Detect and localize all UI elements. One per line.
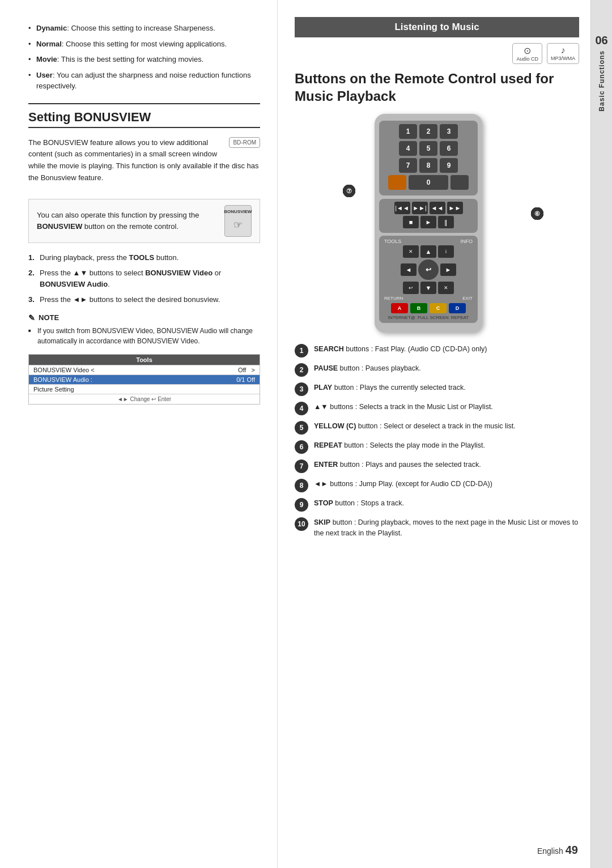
step-2: 2.Press the ▲▼ buttons to select BONUSVI… — [28, 267, 260, 290]
remote-ffw[interactable]: ►► — [447, 202, 463, 214]
remote-nav: TOOLSINFO ✕ ▲ i ◄ ↩ ► ↩ — [379, 236, 478, 323]
desc-1: 1 SEARCH buttons : Fast Play. (Audio CD … — [295, 344, 579, 358]
feature-bullets: Dynamic: Choose this setting to increase… — [28, 23, 260, 92]
bullet-dynamic: Dynamic: Choose this setting to increase… — [28, 23, 260, 34]
remote-btn-orange[interactable] — [388, 175, 406, 190]
remote-btn-5[interactable]: 5 — [419, 141, 437, 156]
remote-pause[interactable]: ‖ — [438, 216, 454, 228]
button-descriptions: 1 SEARCH buttons : Fast Play. (Audio CD … — [295, 344, 579, 539]
disc-icons: ⊙ Audio CD ♪ MP3/WMA — [295, 43, 579, 64]
desc-7: 7 ENTER button : Plays and pauses the se… — [295, 459, 579, 473]
note-bullet-1: If you switch from BONUSVIEW Video, BONU… — [28, 326, 260, 346]
callout-7: ⑦ — [343, 185, 355, 197]
remote-rew[interactable]: ◄◄ — [430, 202, 445, 214]
mp3-wma-icon: ♪ MP3/WMA — [547, 43, 579, 64]
chapter-label: Basic Functions — [598, 50, 606, 112]
remote-btn-9[interactable]: 9 — [440, 158, 458, 173]
tools-table-header: Tools — [29, 355, 260, 365]
remote-stop[interactable]: ■ — [403, 216, 419, 228]
remote-btn-8[interactable]: 8 — [419, 158, 437, 173]
remote-numpad: 1 2 3 4 5 6 7 8 9 — [379, 121, 478, 195]
remote-nav-info[interactable]: i — [438, 245, 454, 258]
tools-table: Tools BONUSVIEW Video < Off > BONUSVIEW … — [28, 354, 260, 405]
desc-5: 5 YELLOW (C) button : Select or deselect… — [295, 421, 579, 435]
remote-btn-yellow[interactable]: C — [430, 303, 447, 313]
remote-play[interactable]: ► — [420, 216, 436, 228]
tools-table-row-3: Picture Setting — [29, 384, 260, 394]
remote-nav-right[interactable]: ► — [440, 263, 456, 276]
tools-table-row-2: BONUSVIEW Audio : 0/1 Off — [29, 375, 260, 384]
remote-nav-enter[interactable]: ↩ — [418, 259, 439, 280]
remote-skip-back[interactable]: |◄◄ — [394, 202, 410, 214]
right-column: Listening to Music ⊙ Audio CD ♪ MP3/WMA … — [278, 0, 590, 868]
remote-btn-7[interactable]: 7 — [399, 158, 417, 173]
desc-10: 10 SKIP button : During playback, moves … — [295, 517, 579, 539]
remote-nav-up[interactable]: ▲ — [420, 245, 436, 258]
desc-6: 6 REPEAT button : Selects the play mode … — [295, 440, 579, 454]
remote-color-buttons: A B C D — [382, 303, 475, 313]
note-bullet-list: If you switch from BONUSVIEW Video, BONU… — [28, 326, 260, 346]
remote-btn-red[interactable]: A — [391, 303, 408, 313]
desc-2: 2 PAUSE button : Pauses playback. — [295, 363, 579, 377]
remote-btn-green[interactable]: B — [410, 303, 427, 313]
steps-list: 1.During playback, press the TOOLS butto… — [28, 252, 260, 305]
section-title-bonusview: Setting BONUSVIEW — [28, 110, 260, 128]
note-box: You can also operate this function by pr… — [28, 199, 260, 243]
note-section: ✎ NOTE If you switch from BONUSVIEW Vide… — [28, 313, 260, 346]
step-1: 1.During playback, press the TOOLS butto… — [28, 252, 260, 263]
remote-btn-0[interactable]: 0 — [409, 175, 448, 190]
desc-4: 4 ▲▼ buttons : Selects a track in the Mu… — [295, 402, 579, 415]
bullet-movie: Movie: This is the best setting for watc… — [28, 54, 260, 65]
remote-nav-down[interactable]: ▼ — [420, 282, 436, 294]
remote-btn-6[interactable]: 6 — [440, 141, 458, 156]
desc-9: 9 STOP button : Stops a track. — [295, 498, 579, 512]
note-header: ✎ NOTE — [28, 313, 260, 322]
main-title: Buttons on the Remote Control used for M… — [295, 70, 579, 105]
left-column: Dynamic: Choose this setting to increase… — [0, 0, 278, 868]
bullet-normal: Normal: Choose this setting for most vie… — [28, 39, 260, 50]
note-box-text: You can also operate this function by pr… — [37, 210, 216, 232]
chapter-number: 06 — [595, 34, 607, 47]
remote-btn-3[interactable]: 3 — [440, 124, 458, 139]
audio-cd-icon: ⊙ Audio CD — [512, 43, 542, 64]
section-divider — [28, 103, 260, 104]
remote-btn-2[interactable]: 2 — [419, 124, 437, 139]
remote-nav-left[interactable]: ◄ — [401, 263, 416, 276]
tools-table-footer: ◄► Change ↩ Enter — [29, 394, 260, 404]
side-tab: 06 Basic Functions — [590, 0, 612, 868]
remote-skip-fwd[interactable]: ►►| — [412, 202, 428, 214]
page-footer: English 49 — [537, 844, 578, 857]
desc-8: 8 ◄► buttons : Jump Play. (except for Au… — [295, 479, 579, 492]
remote-nav-tools[interactable]: ✕ — [403, 245, 419, 258]
remote-nav-return[interactable]: ↩ — [403, 282, 419, 294]
tools-table-row-1: BONUSVIEW Video < Off > — [29, 365, 260, 375]
bonusview-button-image: BONUSVIEW ☞ — [224, 205, 252, 237]
listening-header: Listening to Music — [295, 17, 579, 37]
step-3: 3.Press the ◄► buttons to select the des… — [28, 294, 260, 305]
remote-bottom-labels: INTERNET@ FULL SCREEN REPEAT — [382, 315, 475, 320]
remote-btn-blue[interactable]: D — [449, 303, 466, 313]
remote-transport: |◄◄ ►►| ◄◄ ►► ■ ► ‖ — [379, 199, 478, 233]
remote-btn-1[interactable]: 1 — [399, 124, 417, 139]
remote-btn-4[interactable]: 4 — [399, 141, 417, 156]
bonusview-body-text: The BONUSVIEW feature allows you to view… — [28, 137, 260, 184]
remote-nav-exit[interactable]: ✕ — [438, 282, 454, 294]
callout-6: ⑥ — [531, 207, 543, 220]
remote-btn-extra[interactable] — [450, 175, 469, 190]
bullet-user: User: You can adjust the sharpness and n… — [28, 70, 260, 92]
bd-rom-icon: BD-ROM — [229, 137, 260, 148]
remote-control-diagram: 1 2 3 4 5 6 7 8 9 — [295, 114, 579, 341]
desc-3: 3 PLAY button : Plays the currently sele… — [295, 382, 579, 396]
